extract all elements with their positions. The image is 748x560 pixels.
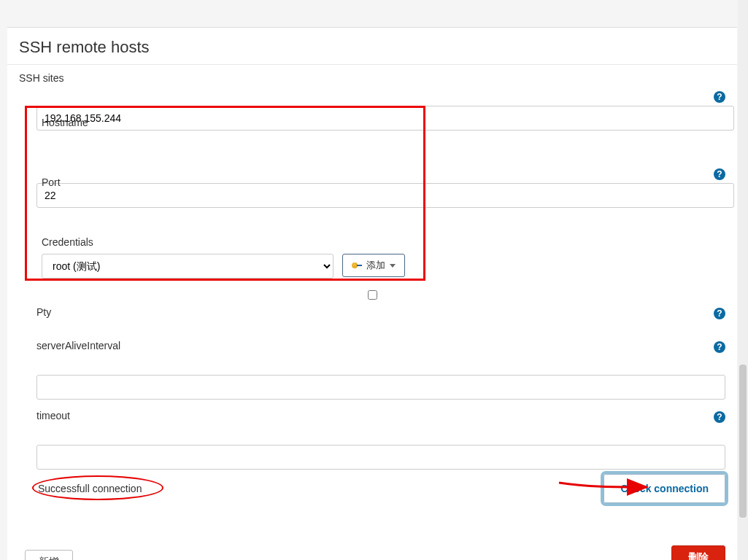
ssh-sites-subsection: SSH sites <box>7 65 737 84</box>
section-title: SSH remote hosts <box>7 28 737 65</box>
port-label: Port <box>42 176 409 188</box>
connection-status: Successfull connection <box>25 480 155 497</box>
timeout-input[interactable] <box>36 445 725 470</box>
credentials-select[interactable]: root (测试) <box>42 254 333 279</box>
help-icon[interactable]: ? <box>714 308 725 319</box>
serveraliveinterval-label: serverAliveInterval <box>36 340 120 351</box>
key-icon <box>352 262 362 268</box>
credentials-label: Credentials <box>42 236 409 248</box>
hostname-label: Hostname <box>42 117 409 128</box>
help-icon[interactable]: ? <box>714 341 725 353</box>
ssh-sites-label: SSH sites <box>19 72 725 84</box>
serveraliveinterval-input[interactable] <box>36 375 725 400</box>
check-connection-button[interactable]: Check connection <box>604 474 725 503</box>
add-credentials-button[interactable]: 添加 <box>342 254 405 277</box>
highlight-box: Hostname Port Credentials root (测试) 添加 <box>25 106 425 281</box>
ssh-remote-hosts-panel: SSH remote hosts SSH sites ? ? <box>7 27 737 560</box>
delete-button[interactable]: 删除 <box>671 545 725 560</box>
scrollbar[interactable] <box>738 0 748 560</box>
pty-checkbox[interactable] <box>368 290 377 300</box>
pty-label: Pty <box>36 306 51 318</box>
scrollbar-thumb[interactable] <box>739 365 747 518</box>
help-icon[interactable]: ? <box>714 91 725 103</box>
help-icon[interactable]: ? <box>714 411 725 423</box>
timeout-label: timeout <box>36 410 70 421</box>
add-credentials-label: 添加 <box>366 259 385 272</box>
add-new-button[interactable]: 新增 <box>25 550 73 560</box>
chevron-down-icon <box>390 264 396 268</box>
help-icon[interactable]: ? <box>714 168 725 180</box>
